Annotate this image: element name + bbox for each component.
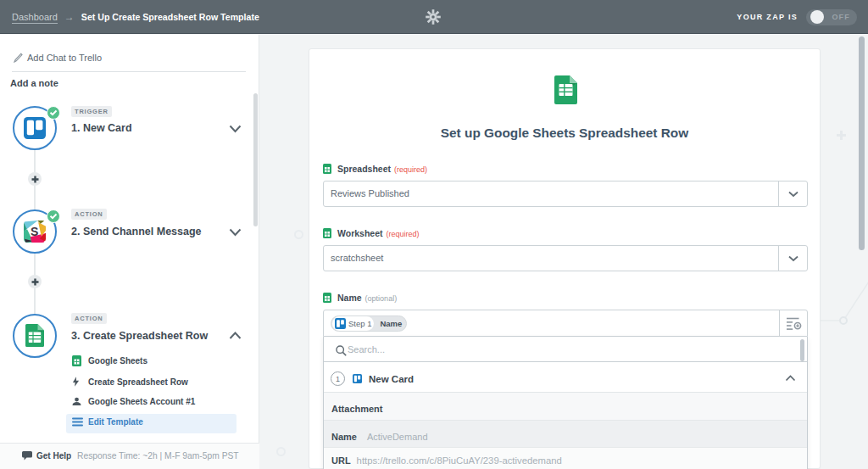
svg-text:S: S bbox=[31, 225, 38, 238]
